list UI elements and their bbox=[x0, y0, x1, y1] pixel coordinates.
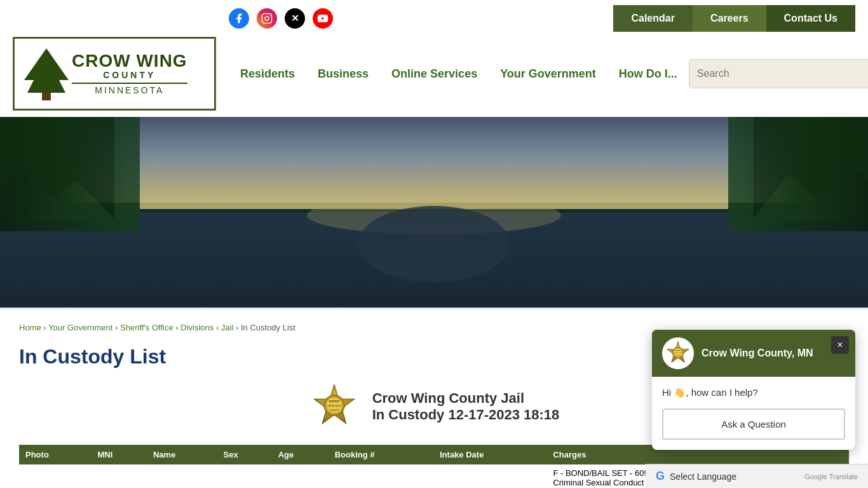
contact-button[interactable]: Contact Us bbox=[766, 5, 855, 32]
chat-close-button[interactable]: × bbox=[831, 336, 849, 354]
logo-minnesota: MINNESOTA bbox=[72, 83, 187, 95]
table-header-age: Age bbox=[272, 445, 329, 464]
table-header-intake: Intake Date bbox=[433, 445, 546, 464]
twitter-x-icon[interactable]: ✕ bbox=[285, 8, 305, 29]
calendar-button[interactable]: Calendar bbox=[613, 5, 692, 32]
breadcrumb-sep-2: › bbox=[115, 323, 120, 332]
cell-age bbox=[272, 464, 329, 488]
instagram-icon[interactable] bbox=[257, 8, 277, 29]
cell-photo bbox=[19, 464, 91, 488]
chat-widget: × SHERIFF CROW WING COUNTY Crow Wing Cou… bbox=[652, 330, 855, 450]
jail-name: Crow Wing County Jail bbox=[372, 390, 560, 407]
breadcrumb-sheriffs-office[interactable]: Sheriff's Office bbox=[120, 323, 173, 332]
svg-text:CROW WING: CROW WING bbox=[327, 405, 341, 407]
breadcrumb-divisions[interactable]: Divisions bbox=[180, 323, 214, 332]
sheriff-badge-icon: SHERIFF CROW WING COUNTY bbox=[309, 381, 360, 432]
cell-mni bbox=[91, 464, 147, 488]
nav-how-do-i[interactable]: How Do I... bbox=[607, 61, 689, 87]
nav-online-services[interactable]: Online Services bbox=[380, 61, 489, 87]
youtube-icon[interactable] bbox=[313, 8, 333, 29]
translate-bar: G Select Language Google Translate bbox=[646, 464, 868, 488]
site-logo[interactable]: CROW WING COUNTY MINNESOTA bbox=[13, 37, 216, 111]
svg-text:SHERIFF: SHERIFF bbox=[675, 349, 681, 351]
svg-rect-0 bbox=[262, 14, 272, 24]
svg-rect-5 bbox=[42, 93, 51, 100]
breadcrumb-your-government[interactable]: Your Government bbox=[48, 323, 112, 332]
nav-business[interactable]: Business bbox=[306, 61, 380, 87]
tree-icon bbox=[21, 45, 72, 102]
svg-text:COUNTY: COUNTY bbox=[329, 409, 339, 412]
chat-body: Hi 👋, how can I help? Ask a Question bbox=[652, 377, 855, 450]
breadcrumb-home[interactable]: Home bbox=[19, 323, 41, 332]
table-header-sex: Sex bbox=[217, 445, 272, 464]
cell-booking bbox=[329, 464, 433, 488]
search-box bbox=[689, 59, 868, 88]
table-header-booking: Booking # bbox=[329, 445, 433, 464]
table-header-photo: Photo bbox=[19, 445, 91, 464]
logo-county: COUNTY bbox=[72, 70, 187, 80]
cell-name bbox=[147, 464, 217, 488]
cell-intake bbox=[433, 464, 546, 488]
jail-status: In Custody 12-17-2023 18:18 bbox=[372, 407, 560, 423]
careers-button[interactable]: Careers bbox=[693, 5, 766, 32]
svg-text:SHERIFF: SHERIFF bbox=[329, 400, 340, 403]
table-header-name: Name bbox=[147, 445, 217, 464]
hero-image bbox=[0, 117, 868, 308]
ask-question-button[interactable]: Ask a Question bbox=[662, 409, 845, 440]
jail-title-block: Crow Wing County Jail In Custody 12-17-2… bbox=[372, 390, 560, 423]
facebook-icon[interactable] bbox=[229, 8, 249, 29]
svg-point-1 bbox=[265, 17, 269, 20]
main-navigation: Residents Business Online Services Your … bbox=[229, 61, 689, 87]
logo-crow-wing: CROW WING bbox=[72, 52, 187, 70]
table-header-mni: MNI bbox=[91, 445, 147, 464]
svg-point-15 bbox=[358, 206, 510, 282]
svg-point-2 bbox=[269, 15, 270, 17]
search-input[interactable] bbox=[697, 68, 868, 79]
chat-avatar: SHERIFF CROW WING COUNTY bbox=[662, 337, 694, 369]
chat-org-name: Crow Wing County, MN bbox=[702, 348, 845, 359]
breadcrumb-current: In Custody List bbox=[241, 323, 295, 332]
svg-text:COUNTY: COUNTY bbox=[675, 355, 681, 356]
chat-header: SHERIFF CROW WING COUNTY Crow Wing Count… bbox=[652, 330, 855, 377]
breadcrumb-sep-1: › bbox=[43, 323, 48, 332]
breadcrumb-sep-4: › bbox=[216, 323, 221, 332]
nav-your-government[interactable]: Your Government bbox=[489, 61, 607, 87]
svg-marker-4 bbox=[24, 48, 69, 93]
breadcrumb-sep-5: › bbox=[236, 323, 241, 332]
cell-sex bbox=[217, 464, 272, 488]
translate-credit: Google Translate bbox=[804, 473, 858, 480]
translate-label[interactable]: Select Language bbox=[670, 471, 799, 482]
svg-text:CROW WING: CROW WING bbox=[674, 352, 682, 353]
google-g-icon: G bbox=[656, 470, 665, 483]
chat-greeting: Hi 👋, how can I help? bbox=[662, 387, 845, 398]
breadcrumb-jail[interactable]: Jail bbox=[221, 323, 234, 332]
nav-residents[interactable]: Residents bbox=[229, 61, 306, 87]
